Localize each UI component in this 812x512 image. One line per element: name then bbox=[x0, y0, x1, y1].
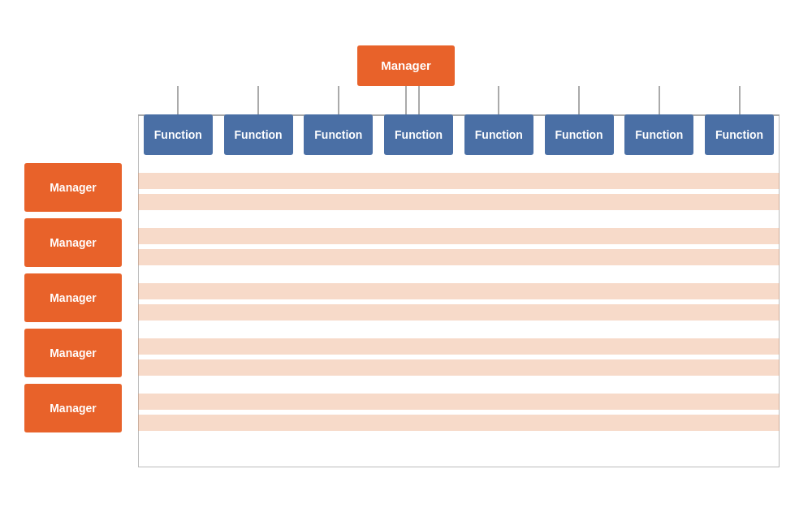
function-col-4: Function bbox=[459, 114, 539, 163]
row-stripe-top-2 bbox=[138, 283, 780, 299]
row-stripe-bottom-3 bbox=[138, 359, 780, 376]
row-stripe-top-4 bbox=[138, 394, 780, 410]
top-manager-label: Manager bbox=[381, 58, 431, 72]
function-box-2: Function bbox=[304, 114, 373, 155]
manager-row-box-1: Manager bbox=[24, 218, 122, 267]
row-stripe-bottom-1 bbox=[138, 249, 780, 265]
function-box-3: Function bbox=[384, 114, 453, 155]
function-col-6: Function bbox=[620, 114, 700, 163]
manager-row-box-4: Manager bbox=[24, 384, 122, 432]
functions-row: FunctionFunctionFunctionFunctionFunction… bbox=[138, 114, 780, 163]
function-box-6: Function bbox=[624, 114, 693, 155]
function-vline-4 bbox=[498, 86, 499, 114]
function-box-7: Function bbox=[705, 114, 774, 155]
top-manager-box: Manager bbox=[357, 45, 455, 86]
manager-row-box-3: Manager bbox=[24, 329, 122, 377]
row-stripe-bottom-0 bbox=[138, 194, 780, 210]
function-box-1: Function bbox=[224, 114, 293, 155]
function-box-4: Function bbox=[464, 114, 533, 155]
row-stripe-top-0 bbox=[138, 173, 780, 189]
row-stripe-top-3 bbox=[138, 338, 780, 355]
function-col-5: Function bbox=[539, 114, 620, 163]
function-box-0: Function bbox=[144, 114, 213, 155]
function-vline-0 bbox=[177, 86, 179, 114]
function-vline-7 bbox=[739, 86, 741, 114]
row-stripe-bottom-4 bbox=[138, 415, 780, 431]
function-col-0: Function bbox=[138, 114, 218, 163]
function-col-3: Function bbox=[378, 114, 459, 163]
row-stripe-top-1 bbox=[138, 228, 780, 244]
row-stripe-bottom-2 bbox=[138, 304, 780, 321]
function-col-2: Function bbox=[299, 114, 379, 163]
manager-row-box-2: Manager bbox=[24, 273, 122, 322]
function-vline-5 bbox=[578, 86, 580, 114]
function-vline-1 bbox=[257, 86, 259, 114]
top-vertical-line bbox=[405, 86, 407, 116]
function-vline-6 bbox=[659, 86, 660, 114]
function-col-1: Function bbox=[218, 114, 299, 163]
function-col-7: Function bbox=[699, 114, 780, 163]
function-box-5: Function bbox=[545, 114, 614, 155]
function-vline-3 bbox=[418, 86, 420, 114]
function-vline-2 bbox=[338, 86, 339, 114]
diagram-container: Manager FunctionFunctionFunctionFunction… bbox=[24, 21, 788, 492]
manager-row-box-0: Manager bbox=[24, 163, 122, 212]
